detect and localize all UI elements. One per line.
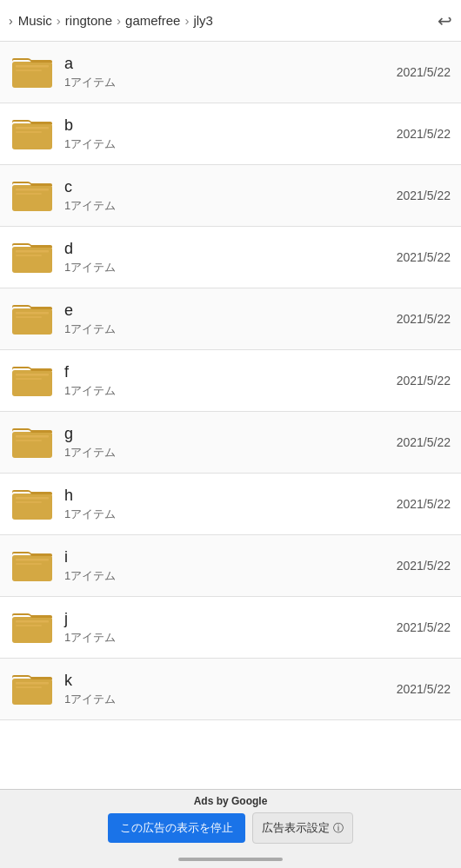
svg-rect-13	[16, 312, 49, 315]
folder-date: 2021/5/22	[397, 620, 451, 634]
breadcrumb-gamefree[interactable]: gamefree	[125, 13, 180, 28]
breadcrumb-music[interactable]: Music	[18, 13, 52, 28]
folder-meta: 1アイテム	[64, 75, 397, 90]
folder-meta: 1アイテム	[64, 692, 397, 707]
breadcrumb-current: jly3	[193, 13, 213, 28]
folder-meta: 1アイテム	[64, 260, 397, 275]
folder-icon	[10, 297, 54, 341]
folder-info: h1アイテム	[64, 487, 397, 522]
folder-info: d1アイテム	[64, 240, 397, 275]
folder-date: 2021/5/22	[397, 497, 451, 511]
folder-date: 2021/5/22	[397, 189, 451, 202]
folder-name: e	[64, 301, 397, 320]
svg-rect-7	[16, 189, 49, 191]
folder-meta: 1アイテム	[64, 507, 397, 522]
svg-rect-25	[16, 559, 49, 561]
folder-info: j1アイテム	[64, 610, 397, 646]
folder-row-k[interactable]: k1アイテム2021/5/22	[0, 659, 461, 720]
svg-rect-8	[16, 193, 42, 195]
folder-date: 2021/5/22	[397, 682, 451, 696]
folder-meta: 1アイテム	[64, 198, 397, 214]
svg-rect-23	[16, 501, 42, 503]
folder-meta: 1アイテム	[64, 568, 397, 584]
folder-info: i1アイテム	[64, 548, 397, 584]
folder-date: 2021/5/22	[397, 435, 451, 449]
folder-date: 2021/5/22	[397, 65, 451, 79]
svg-rect-31	[16, 682, 49, 685]
folder-icon	[10, 235, 54, 279]
folder-meta: 1アイテム	[64, 445, 397, 461]
folder-row-d[interactable]: d1アイテム2021/5/22	[0, 227, 461, 288]
folder-row-a[interactable]: a1アイテム2021/5/22	[0, 42, 461, 103]
separator-1: ›	[57, 13, 61, 28]
folder-name: g	[64, 425, 397, 443]
ads-by-label: Ads by Google	[194, 795, 268, 807]
folder-name: h	[64, 487, 397, 505]
ad-buttons: この広告の表示を停止 広告表示設定 ⓘ	[108, 812, 353, 844]
folder-info: k1アイテム	[64, 672, 397, 707]
folder-name: i	[64, 548, 397, 567]
chevron-icon: ›	[9, 14, 13, 28]
svg-rect-32	[16, 686, 42, 688]
folder-meta: 1アイテム	[64, 321, 397, 337]
breadcrumb: › Music › ringtone › gamefree › jly3 ↩	[0, 0, 461, 42]
svg-rect-29	[16, 625, 42, 626]
svg-rect-22	[16, 497, 49, 500]
folder-icon	[10, 421, 54, 464]
separator-2: ›	[117, 13, 121, 28]
folder-row-e[interactable]: e1アイテム2021/5/22	[0, 288, 461, 350]
folder-date: 2021/5/22	[397, 127, 451, 141]
svg-rect-26	[16, 563, 42, 565]
folder-icon	[10, 174, 54, 217]
svg-rect-28	[16, 620, 49, 623]
svg-rect-10	[16, 250, 49, 253]
folder-icon	[10, 359, 54, 402]
svg-rect-2	[16, 70, 42, 71]
folder-meta: 1アイテム	[64, 383, 397, 399]
svg-rect-5	[16, 131, 42, 133]
back-button[interactable]: ↩	[438, 10, 452, 31]
svg-rect-19	[16, 435, 49, 438]
home-bar	[178, 858, 283, 861]
svg-rect-1	[16, 65, 49, 68]
svg-rect-16	[16, 374, 49, 376]
folder-date: 2021/5/22	[397, 374, 451, 388]
file-list: a1アイテム2021/5/22 b1アイテム2021/5/22 c1アイテム	[0, 42, 461, 789]
folder-meta: 1アイテム	[64, 630, 397, 646]
folder-meta: 1アイテム	[64, 136, 397, 152]
folder-info: a1アイテム	[64, 55, 397, 90]
svg-rect-20	[16, 440, 42, 441]
ad-stop-button[interactable]: この広告の表示を停止	[108, 813, 245, 843]
folder-icon	[10, 667, 54, 711]
folder-row-f[interactable]: f1アイテム2021/5/22	[0, 350, 461, 412]
folder-row-c[interactable]: c1アイテム2021/5/22	[0, 165, 461, 227]
svg-rect-14	[16, 316, 42, 318]
folder-name: k	[64, 672, 397, 690]
folder-info: b1アイテム	[64, 116, 397, 152]
folder-row-b[interactable]: b1アイテム2021/5/22	[0, 103, 461, 165]
separator-3: ›	[184, 13, 189, 28]
folder-name: f	[64, 363, 397, 381]
folder-date: 2021/5/22	[397, 559, 451, 573]
home-indicator	[0, 851, 461, 868]
folder-name: j	[64, 610, 397, 628]
folder-icon	[10, 606, 54, 649]
folder-info: f1アイテム	[64, 363, 397, 399]
folder-name: d	[64, 240, 397, 258]
folder-date: 2021/5/22	[397, 312, 451, 326]
folder-row-h[interactable]: h1アイテム2021/5/22	[0, 474, 461, 535]
breadcrumb-ringtone[interactable]: ringtone	[65, 13, 112, 28]
ad-settings-button[interactable]: 広告表示設定 ⓘ	[252, 812, 353, 844]
svg-rect-17	[16, 378, 42, 380]
folder-icon	[10, 482, 54, 526]
folder-name: c	[64, 178, 397, 196]
folder-icon	[10, 112, 54, 156]
folder-row-j[interactable]: j1アイテム2021/5/22	[0, 597, 461, 659]
svg-rect-11	[16, 255, 42, 256]
ad-bar: Ads by Google この広告の表示を停止 広告表示設定 ⓘ	[0, 789, 461, 851]
folder-info: e1アイテム	[64, 301, 397, 337]
folder-row-g[interactable]: g1アイテム2021/5/22	[0, 412, 461, 474]
folder-row-i[interactable]: i1アイテム2021/5/22	[0, 535, 461, 597]
folder-name: b	[64, 116, 397, 135]
folder-icon	[10, 50, 54, 94]
